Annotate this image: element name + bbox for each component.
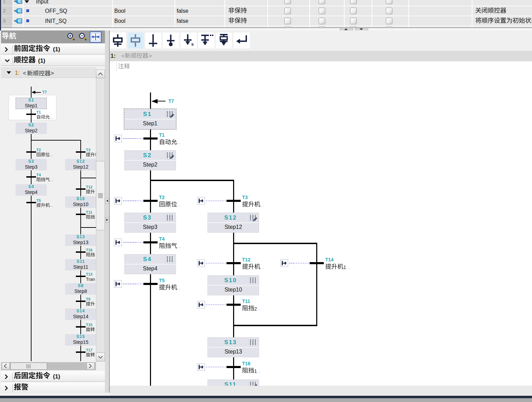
svg-text:s: s bbox=[191, 42, 194, 47]
